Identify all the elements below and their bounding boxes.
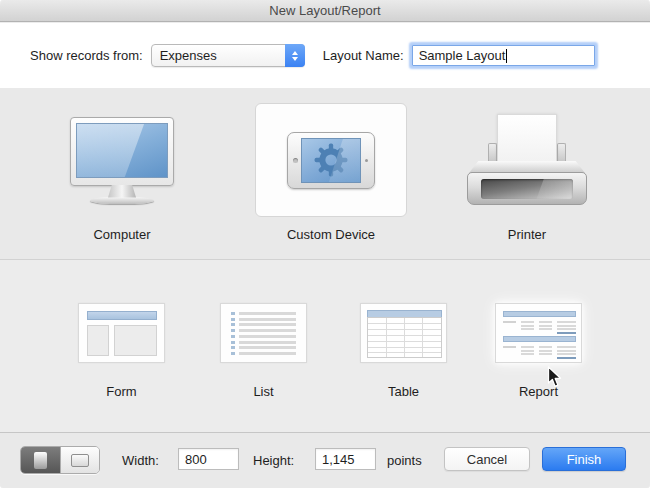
window-title: New Layout/Report xyxy=(269,3,380,18)
show-records-label: Show records from: xyxy=(30,48,143,63)
footer-bar: Width: Height: points Cancel Finish xyxy=(0,433,650,488)
width-input[interactable] xyxy=(178,448,239,470)
top-form-strip: Show records from: Expenses Layout Name:… xyxy=(0,23,650,88)
printer-icon xyxy=(467,114,587,206)
device-option-computer[interactable]: Computer xyxy=(40,103,204,242)
layout-type-section: Form List xyxy=(0,260,650,433)
orientation-toggle xyxy=(20,446,100,474)
chevron-down-icon xyxy=(292,57,298,61)
device-option-printer[interactable]: Printer xyxy=(447,103,607,242)
selected-device-card xyxy=(255,103,407,217)
tablet-icon xyxy=(287,132,375,189)
device-section: Computer xyxy=(0,88,650,260)
layout-name-label: Layout Name: xyxy=(323,48,404,63)
landscape-page-icon xyxy=(71,454,89,467)
chevron-up-icon xyxy=(292,51,298,55)
type-label-list: List xyxy=(253,384,273,399)
records-source-popup[interactable]: Expenses xyxy=(151,44,305,67)
device-label-custom-device: Custom Device xyxy=(287,227,375,242)
text-caret xyxy=(506,49,507,63)
records-source-value: Expenses xyxy=(152,48,285,63)
cancel-button[interactable]: Cancel xyxy=(444,447,530,471)
type-label-form: Form xyxy=(106,384,136,399)
landscape-segment[interactable] xyxy=(60,447,99,473)
finish-button[interactable]: Finish xyxy=(542,447,626,471)
list-icon xyxy=(220,303,307,363)
layout-name-value: Sample Layout xyxy=(419,48,506,63)
mouse-cursor xyxy=(547,366,562,388)
height-input[interactable] xyxy=(315,448,376,470)
type-option-list[interactable]: List xyxy=(220,303,307,399)
type-option-form[interactable]: Form xyxy=(78,303,165,399)
gear-icon xyxy=(312,141,350,179)
title-bar: New Layout/Report xyxy=(0,0,650,22)
portrait-page-icon xyxy=(34,452,47,469)
width-label: Width: xyxy=(122,453,159,468)
device-option-custom-device[interactable]: Custom Device xyxy=(255,103,407,242)
layout-name-field[interactable]: Sample Layout xyxy=(412,45,595,66)
portrait-segment[interactable] xyxy=(21,447,60,473)
type-option-report[interactable]: Report xyxy=(495,303,582,399)
popup-stepper-icon xyxy=(285,44,305,67)
tablet-button-dot xyxy=(365,159,368,162)
tablet-camera-dot xyxy=(293,158,298,163)
device-label-computer: Computer xyxy=(93,227,150,242)
type-option-table[interactable]: Table xyxy=(360,303,447,399)
computer-icon xyxy=(70,117,174,204)
report-icon xyxy=(495,303,582,363)
height-label: Height: xyxy=(253,453,294,468)
new-layout-report-dialog: New Layout/Report Show records from: Exp… xyxy=(0,0,650,488)
points-label: points xyxy=(387,453,422,468)
form-icon xyxy=(78,303,165,363)
table-icon xyxy=(360,303,447,363)
type-label-table: Table xyxy=(388,384,419,399)
paper-sheet xyxy=(497,114,557,162)
device-label-printer: Printer xyxy=(508,227,546,242)
